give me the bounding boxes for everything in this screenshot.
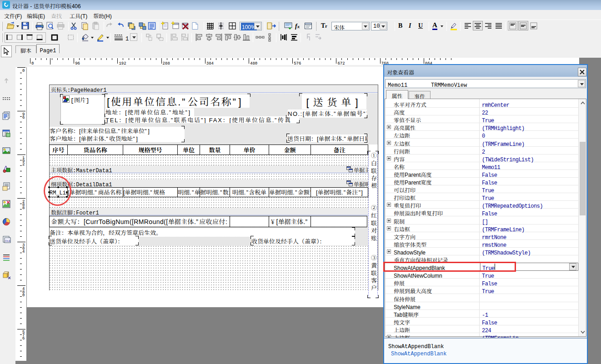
svg-text:OLE: OLE bbox=[5, 239, 10, 243]
